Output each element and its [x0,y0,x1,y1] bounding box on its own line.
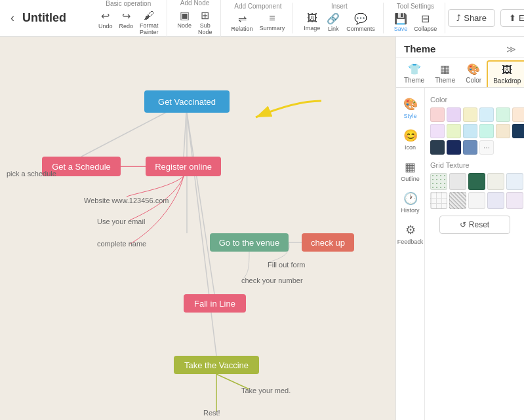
toolbar-tool-settings: Tool Settings 💾Save ⊟Collapse [386,3,446,33]
node-get-vaccinated[interactable]: Get Vaccinated [144,90,230,113]
label-pick-schedule: pick a schedule [7,170,56,178]
right-panel: Theme ≫ 👕 Theme ▦ Theme 🎨 Color 🖼 Backdr… [395,37,524,420]
export-button[interactable]: ⬆ Export [500,9,524,27]
panel-header: Theme ≫ [396,37,524,58]
image-button[interactable]: 🖼Image [301,11,323,33]
grid-texture-swatches [430,173,519,209]
label-check-number: check your number [241,277,303,284]
sidebar-item-icon[interactable]: 😊 Icon [397,124,424,155]
save-button[interactable]: 💾Save [392,11,411,33]
node-button[interactable]: ▣Node [175,8,195,37]
swatch-purple[interactable] [430,124,445,138]
node-checkup[interactable]: check up [302,233,354,252]
swatch-peach[interactable] [512,107,524,122]
panel-tabs: 👕 Theme ▦ Theme 🎨 Color 🖼 Backdrop [396,58,524,88]
node-register-online[interactable]: Register online [146,157,221,176]
reset-icon: ↺ [460,220,466,229]
share-icon: ⤴ [456,13,461,23]
grid-swatch-5[interactable] [430,192,447,209]
link-button[interactable]: 🔗Link [324,11,342,33]
grid-swatch-6[interactable] [449,192,466,209]
export-icon: ⬆ [509,13,516,23]
canvas[interactable]: Get Vaccinated Get a Schedule Register o… [0,37,395,420]
back-button[interactable]: ‹ [5,9,20,28]
grid-swatch-0[interactable] [430,173,447,190]
panel-title: Theme [404,43,435,54]
sidebar-icons: 🎨 Style 😊 Icon ▦ Outline 🕐 History ⚙ [396,88,425,420]
swatch-sky[interactable] [479,107,494,122]
sidebar-item-history[interactable]: 🕐 History [397,187,424,218]
swatch-light-green[interactable] [479,124,494,138]
swatch-light-blue[interactable] [463,124,477,138]
label-take-med: Take your med. [241,387,291,394]
grid-swatch-3[interactable] [487,173,504,190]
redo-button[interactable]: ↪Redo [117,9,136,37]
swatch-pink[interactable] [430,107,445,122]
sub-node-button[interactable]: ⊞Sub Node [195,8,215,37]
feedback-icon: ⚙ [405,223,416,237]
node-go-to-venue[interactable]: Go to the venue [210,233,289,252]
node-fall-in-line[interactable]: Fall in Line [184,294,246,313]
outline-icon: ▦ [405,160,416,174]
theme2-icon: ▦ [440,63,450,75]
swatch-navy1[interactable] [512,124,524,138]
relation-button[interactable]: ⇌Relation [229,11,256,33]
swatch-yellow[interactable] [463,107,477,122]
toolbar-insert: Insert 🖼Image 🔗Link 💬Comments [296,3,384,33]
main-area: Get Vaccinated Get a Schedule Register o… [0,37,524,420]
grid-section-label: Grid Texture [430,161,519,169]
reset-button[interactable]: ↺ Reset [439,216,510,234]
tab-backdrop[interactable]: 🖼 Backdrop [487,60,524,87]
swatch-warm[interactable] [496,124,510,138]
swatch-lavender[interactable] [447,107,461,122]
swatch-lime[interactable] [447,124,461,138]
tab-theme2[interactable]: ▦ Theme [430,60,460,87]
panel-content: Color [425,88,524,420]
grid-swatch-2[interactable] [468,173,485,190]
icon-emoji: 😊 [403,128,418,143]
toolbar-basic-operation: Basic operation ↩Undo ↪Redo 🖌Format Pain… [91,0,167,37]
grid-swatch-9[interactable] [506,192,523,209]
swatch-dark1[interactable] [430,140,445,155]
history-icon: 🕐 [403,191,418,206]
grid-swatch-4[interactable] [506,173,523,190]
color-section-label: Color [430,96,519,104]
sidebar-item-feedback[interactable]: ⚙ Feedback [397,219,424,249]
sidebar-item-outline[interactable]: ▦ Outline [397,156,424,186]
label-fill-form: Fill out form [268,261,305,269]
comments-button[interactable]: 💬Comments [344,11,378,33]
tab-color[interactable]: 🎨 Color [460,60,487,87]
swatch-steel[interactable] [463,140,477,155]
color-icon: 🎨 [467,63,480,75]
toolbar-add-node: Add Node ▣Node ⊞Sub Node [170,0,221,37]
sidebar-item-style[interactable]: 🎨 Style [397,93,424,123]
style-icon: 🎨 [403,97,418,111]
svg-line-3 [187,113,214,294]
grid-swatch-1[interactable] [449,173,466,190]
tab-theme[interactable]: 👕 Theme [399,60,430,87]
label-email: Use your email [97,218,145,225]
undo-button[interactable]: ↩Undo [96,9,115,37]
arrow-annotation [243,94,321,121]
collapse-button[interactable]: ⊟Collapse [411,11,439,33]
grid-swatch-7[interactable] [468,192,485,209]
backdrop-icon: 🖼 [502,64,512,76]
right-actions: ⤴ Share ⬆ Export [448,9,524,27]
label-rest: Rest! [203,409,220,417]
format-painter-button[interactable]: 🖌Format Painter [137,9,161,37]
theme-icon: 👕 [408,63,421,75]
toolbar-add-component: Add Component ⇌Relation ≡Summary [224,3,294,33]
swatch-more[interactable]: ··· [479,140,494,155]
app-title: Untitled [22,11,88,25]
share-button[interactable]: ⤴ Share [448,9,495,27]
grid-swatch-8[interactable] [487,192,504,209]
label-complete-name: complete name [97,240,146,248]
color-swatches: ··· [430,107,519,155]
label-website: Website www.123456.com [84,197,169,204]
panel-body: 🎨 Style 😊 Icon ▦ Outline 🕐 History ⚙ [396,88,524,420]
swatch-navy2[interactable] [447,140,461,155]
collapse-panel-button[interactable]: ≫ [506,44,516,54]
node-take-vaccine[interactable]: Take the Vaccine [174,356,259,374]
summary-button[interactable]: ≡Summary [257,11,288,33]
swatch-mint[interactable] [496,107,510,122]
